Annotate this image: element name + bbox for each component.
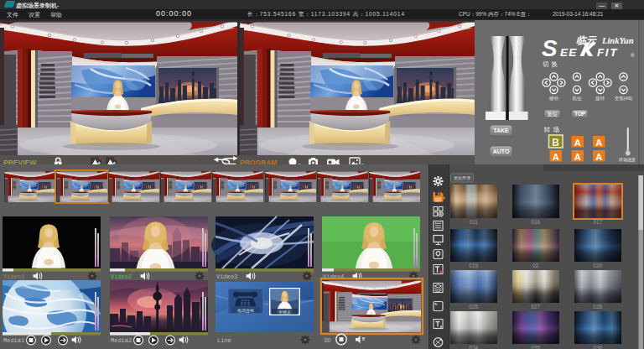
svg-text:切换: 切换 xyxy=(543,60,560,68)
svg-text:转场: 转场 xyxy=(543,126,562,133)
svg-text:FIT: FIT xyxy=(597,46,618,59)
svg-text:更改目录: 更改目录 xyxy=(454,175,471,181)
svg-text:A: A xyxy=(595,152,602,162)
svg-text:主持人: 主持人 xyxy=(278,310,291,315)
svg-text:移动: 移动 xyxy=(549,96,559,102)
svg-text:AUTO: AUTO xyxy=(493,148,510,154)
svg-text:TAKE: TAKE xyxy=(493,128,509,133)
svg-text:变焦(4S): 变焦(4S) xyxy=(615,96,633,102)
svg-text:Media1: Media1 xyxy=(3,337,24,344)
svg-text:TOP: TOP xyxy=(574,111,586,117)
svg-text:Video3: Video3 xyxy=(216,273,237,280)
svg-text:旋转: 旋转 xyxy=(595,96,605,102)
svg-text:转场速度: 转场速度 xyxy=(619,157,636,163)
svg-text:A: A xyxy=(574,152,581,162)
svg-text:电话连线: 电话连线 xyxy=(237,308,254,313)
svg-text:B: B xyxy=(552,137,559,148)
svg-text:机位: 机位 xyxy=(573,96,583,102)
svg-text:S: S xyxy=(542,35,558,61)
svg-text:A: A xyxy=(574,138,581,148)
svg-text:A: A xyxy=(595,138,602,148)
svg-text:®: ® xyxy=(631,53,635,58)
svg-text:Line: Line xyxy=(217,337,231,344)
svg-text:Media2: Media2 xyxy=(111,337,132,344)
svg-text:复位: 复位 xyxy=(548,112,558,117)
svg-text:A: A xyxy=(553,152,559,162)
svg-text:3D: 3D xyxy=(324,337,330,344)
svg-text:LinkYun: LinkYun xyxy=(601,36,634,45)
svg-text:EE: EE xyxy=(560,46,577,59)
svg-text:Video2: Video2 xyxy=(111,273,132,280)
svg-text:Video1: Video1 xyxy=(3,273,24,280)
